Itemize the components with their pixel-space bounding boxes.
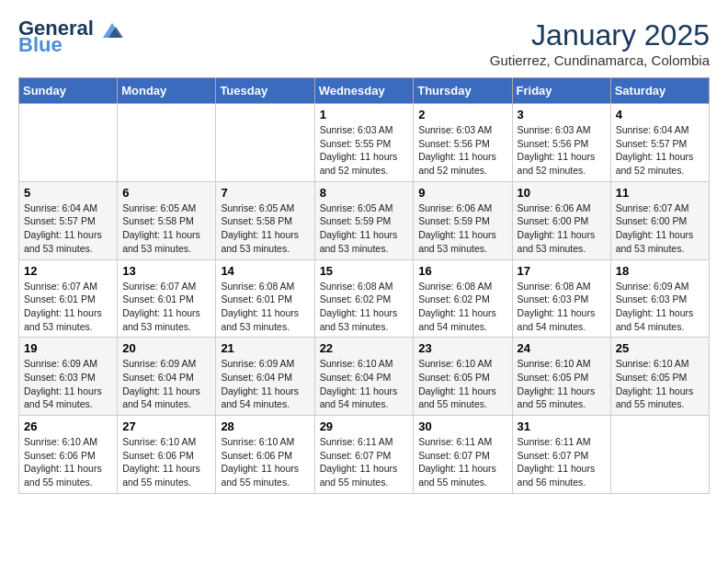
weekday-header: Tuesday [216,78,314,104]
day-number: 3 [518,108,606,121]
day-number: 23 [418,341,506,355]
calendar-week-row: 26Sunrise: 6:10 AMSunset: 6:06 PMDayligh… [19,416,710,494]
day-info: Sunrise: 6:10 AMSunset: 6:05 PMDaylight:… [616,358,694,409]
calendar-cell: 14Sunrise: 6:08 AMSunset: 6:01 PMDayligh… [216,259,314,338]
calendar-week-row: 1Sunrise: 6:03 AMSunset: 5:55 PMDaylight… [19,104,710,182]
calendar-cell: 6Sunrise: 6:05 AMSunset: 5:58 PMDaylight… [118,181,216,259]
day-info: Sunrise: 6:05 AMSunset: 5:59 PMDaylight:… [320,202,398,254]
day-info: Sunrise: 6:03 AMSunset: 5:55 PMDaylight:… [320,124,398,176]
day-number: 13 [122,264,210,278]
calendar-cell: 31Sunrise: 6:11 AMSunset: 6:07 PMDayligh… [512,416,610,494]
calendar-cell: 30Sunrise: 6:11 AMSunset: 6:07 PMDayligh… [414,416,512,494]
weekday-header: Sunday [19,78,118,104]
day-info: Sunrise: 6:04 AMSunset: 5:57 PMDaylight:… [24,202,102,254]
day-number: 20 [122,341,210,355]
calendar-cell: 19Sunrise: 6:09 AMSunset: 6:03 PMDayligh… [19,338,118,416]
calendar-cell: 18Sunrise: 6:09 AMSunset: 6:03 PMDayligh… [610,259,709,338]
calendar-cell: 22Sunrise: 6:10 AMSunset: 6:04 PMDayligh… [314,338,414,416]
day-number: 27 [122,419,210,433]
calendar-cell: 10Sunrise: 6:06 AMSunset: 6:00 PMDayligh… [512,181,610,259]
day-info: Sunrise: 6:07 AMSunset: 6:01 PMDaylight:… [24,281,102,332]
day-info: Sunrise: 6:10 AMSunset: 6:05 PMDaylight:… [518,358,596,409]
calendar-cell: 1Sunrise: 6:03 AMSunset: 5:55 PMDaylight… [314,104,414,182]
calendar-cell [19,104,118,182]
calendar-week-row: 19Sunrise: 6:09 AMSunset: 6:03 PMDayligh… [19,338,710,416]
day-info: Sunrise: 6:10 AMSunset: 6:06 PMDaylight:… [24,436,102,488]
day-number: 31 [518,419,606,433]
weekday-header: Wednesday [314,78,414,104]
logo-blue: Blue [18,35,94,55]
calendar-cell: 16Sunrise: 6:08 AMSunset: 6:02 PMDayligh… [414,259,512,338]
calendar-week-row: 12Sunrise: 6:07 AMSunset: 6:01 PMDayligh… [19,259,710,338]
day-number: 10 [518,186,606,200]
day-info: Sunrise: 6:08 AMSunset: 6:02 PMDaylight:… [320,281,398,332]
calendar-cell: 12Sunrise: 6:07 AMSunset: 6:01 PMDayligh… [19,259,118,338]
day-number: 8 [320,186,409,200]
day-info: Sunrise: 6:07 AMSunset: 6:00 PMDaylight:… [616,202,694,254]
day-number: 1 [320,108,409,121]
day-info: Sunrise: 6:10 AMSunset: 6:04 PMDaylight:… [320,358,398,409]
calendar-cell: 9Sunrise: 6:06 AMSunset: 5:59 PMDaylight… [414,181,512,259]
page-header: General Blue January 2025 Gutierrez, Cun… [18,18,710,68]
day-number: 2 [418,108,506,121]
day-number: 25 [616,341,704,355]
calendar-cell: 27Sunrise: 6:10 AMSunset: 6:06 PMDayligh… [118,416,216,494]
day-number: 29 [320,419,409,433]
calendar-cell: 5Sunrise: 6:04 AMSunset: 5:57 PMDaylight… [19,181,118,259]
calendar-cell: 21Sunrise: 6:09 AMSunset: 6:04 PMDayligh… [216,338,314,416]
weekday-header: Monday [118,78,216,104]
day-number: 30 [418,419,506,433]
calendar-cell: 28Sunrise: 6:10 AMSunset: 6:06 PMDayligh… [216,416,314,494]
day-number: 4 [616,108,704,121]
calendar-cell: 25Sunrise: 6:10 AMSunset: 6:05 PMDayligh… [610,338,709,416]
day-number: 15 [320,264,409,278]
day-number: 19 [24,341,112,355]
calendar-cell: 13Sunrise: 6:07 AMSunset: 6:01 PMDayligh… [118,259,216,338]
day-number: 17 [518,264,606,278]
day-info: Sunrise: 6:08 AMSunset: 6:01 PMDaylight:… [221,281,299,332]
day-number: 21 [221,341,309,355]
day-number: 22 [320,341,409,355]
day-number: 26 [24,419,112,433]
day-info: Sunrise: 6:05 AMSunset: 5:58 PMDaylight:… [122,202,200,254]
calendar-week-row: 5Sunrise: 6:04 AMSunset: 5:57 PMDaylight… [19,181,710,259]
day-info: Sunrise: 6:07 AMSunset: 6:01 PMDaylight:… [122,281,200,332]
calendar-cell: 7Sunrise: 6:05 AMSunset: 5:58 PMDaylight… [216,181,314,259]
header-row: SundayMondayTuesdayWednesdayThursdayFrid… [19,78,710,104]
calendar-cell: 17Sunrise: 6:08 AMSunset: 6:03 PMDayligh… [512,259,610,338]
calendar-cell: 26Sunrise: 6:10 AMSunset: 6:06 PMDayligh… [19,416,118,494]
weekday-header: Friday [512,78,610,104]
day-info: Sunrise: 6:04 AMSunset: 5:57 PMDaylight:… [616,124,694,176]
day-info: Sunrise: 6:03 AMSunset: 5:56 PMDaylight:… [418,124,496,176]
calendar-cell: 8Sunrise: 6:05 AMSunset: 5:59 PMDaylight… [314,181,414,259]
day-info: Sunrise: 6:11 AMSunset: 6:07 PMDaylight:… [518,436,596,488]
day-info: Sunrise: 6:09 AMSunset: 6:03 PMDaylight:… [24,358,102,409]
day-info: Sunrise: 6:09 AMSunset: 6:04 PMDaylight:… [122,358,200,409]
calendar-cell: 11Sunrise: 6:07 AMSunset: 6:00 PMDayligh… [610,181,709,259]
calendar-cell: 4Sunrise: 6:04 AMSunset: 5:57 PMDaylight… [610,104,709,182]
day-info: Sunrise: 6:08 AMSunset: 6:03 PMDaylight:… [518,281,596,332]
logo: General Blue [18,18,125,55]
day-info: Sunrise: 6:09 AMSunset: 6:03 PMDaylight:… [616,281,694,332]
day-number: 11 [616,186,704,200]
calendar-cell: 24Sunrise: 6:10 AMSunset: 6:05 PMDayligh… [512,338,610,416]
day-number: 28 [221,419,309,433]
day-number: 9 [418,186,506,200]
location-title: Gutierrez, Cundinamarca, Colombia [490,52,710,68]
day-info: Sunrise: 6:09 AMSunset: 6:04 PMDaylight:… [221,358,299,409]
weekday-header: Thursday [414,78,512,104]
day-info: Sunrise: 6:10 AMSunset: 6:05 PMDaylight:… [418,358,496,409]
calendar-cell: 2Sunrise: 6:03 AMSunset: 5:56 PMDaylight… [414,104,512,182]
day-info: Sunrise: 6:05 AMSunset: 5:58 PMDaylight:… [221,202,299,254]
day-number: 5 [24,186,112,200]
day-number: 16 [418,264,506,278]
day-info: Sunrise: 6:11 AMSunset: 6:07 PMDaylight:… [418,436,496,488]
calendar-cell: 3Sunrise: 6:03 AMSunset: 5:56 PMDaylight… [512,104,610,182]
calendar-cell: 29Sunrise: 6:11 AMSunset: 6:07 PMDayligh… [314,416,414,494]
calendar-cell: 20Sunrise: 6:09 AMSunset: 6:04 PMDayligh… [118,338,216,416]
day-number: 24 [518,341,606,355]
day-info: Sunrise: 6:10 AMSunset: 6:06 PMDaylight:… [122,436,200,488]
day-info: Sunrise: 6:03 AMSunset: 5:56 PMDaylight:… [518,124,596,176]
calendar-cell [610,416,709,494]
calendar-cell [216,104,314,182]
